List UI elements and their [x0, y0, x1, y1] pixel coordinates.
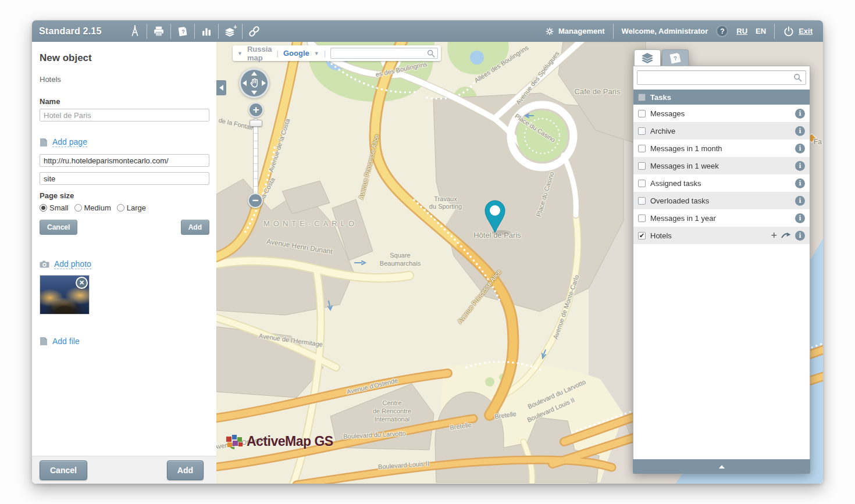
task-row[interactable]: Messages in 1 weeki [633, 157, 810, 174]
pan-up-icon[interactable] [251, 72, 257, 76]
link-button[interactable] [244, 23, 264, 40]
info-icon[interactable]: i [795, 178, 805, 188]
info-icon[interactable]: i [795, 161, 805, 171]
power-icon [783, 26, 795, 37]
info-icon[interactable]: i [795, 126, 805, 136]
page-title: New object [40, 52, 209, 64]
zoom-out-button[interactable]: − [248, 193, 263, 208]
lang-ru-button[interactable]: RU [736, 27, 747, 35]
tab-layers[interactable] [634, 49, 661, 66]
radio-large[interactable] [117, 204, 124, 212]
page-url-input[interactable] [40, 154, 209, 167]
basemap-dropdown-icon[interactable]: ▼ [237, 51, 243, 56]
page: Standard 2.15 ? + [0, 0, 855, 504]
welcome-text: Welcome, Administrator [622, 27, 708, 35]
tab-reference[interactable]: ? [662, 49, 689, 66]
forward-arrow-icon[interactable] [781, 232, 791, 239]
zoom-handle[interactable] [250, 120, 262, 127]
info-icon[interactable]: i [795, 231, 805, 241]
management-button[interactable]: Management [545, 27, 604, 36]
search-icon [427, 49, 435, 58]
task-checkbox[interactable] [638, 180, 646, 187]
zoom-in-button[interactable]: + [248, 102, 263, 117]
page-add-button[interactable]: Add [181, 220, 209, 235]
task-checkbox[interactable] [638, 145, 646, 152]
exit-button[interactable]: Exit [783, 26, 813, 37]
help-badge[interactable]: ? [716, 25, 728, 37]
group-checkbox[interactable] [638, 94, 646, 101]
pan-left-icon[interactable] [243, 80, 247, 86]
radio-label: Large [127, 203, 146, 212]
pan-down-icon[interactable] [251, 91, 257, 95]
add-file-link[interactable]: Add file [52, 337, 80, 346]
task-checkbox[interactable] [638, 197, 646, 205]
hotel-marker[interactable] [478, 198, 513, 236]
task-row[interactable]: Overloaded tasksi [633, 192, 810, 209]
page-size-option-medium[interactable]: Medium [74, 203, 111, 212]
task-row[interactable]: Messages in 1 monthi [633, 140, 810, 157]
tasks-group-header[interactable]: Tasks [633, 90, 810, 105]
new-object-form: New object Hotels Name Add page Page siz… [32, 42, 216, 346]
radio-medium[interactable] [74, 204, 82, 212]
zoom-slider[interactable] [250, 118, 262, 201]
measure-tool-button[interactable] [125, 23, 145, 40]
add-page-link[interactable]: Add page [52, 137, 87, 147]
task-row[interactable]: ✔Hotels+i [633, 227, 810, 244]
task-row[interactable]: Messages in 1 yeari [633, 209, 810, 227]
zoom-track[interactable] [253, 118, 258, 201]
toolbar-divider: | [277, 49, 279, 58]
map-search-input[interactable] [331, 49, 427, 58]
cancel-button[interactable]: Cancel [40, 460, 87, 480]
panel-collapse-bar[interactable] [633, 459, 810, 474]
task-checkbox[interactable] [638, 215, 646, 222]
task-actions: i [795, 144, 805, 153]
task-row[interactable]: Assigned tasksi [633, 174, 810, 192]
pan-right-icon[interactable] [262, 80, 266, 86]
task-actions: i [795, 196, 805, 206]
basemap-selector[interactable]: Russia map [247, 45, 272, 62]
print-button[interactable] [149, 23, 169, 40]
provider-dropdown-icon[interactable]: ▼ [314, 51, 319, 56]
add-layer-button[interactable]: + [220, 23, 240, 40]
chevron-up-icon [719, 465, 725, 469]
name-input[interactable] [40, 109, 209, 121]
task-checkbox[interactable]: ✔ [638, 232, 646, 240]
page-size-option-small[interactable]: Small [40, 203, 69, 212]
page-size-option-large[interactable]: Large [117, 203, 146, 212]
task-label: Messages in 1 month [650, 144, 722, 153]
collapse-panel-button[interactable] [216, 80, 226, 95]
toolbar-separator [218, 24, 219, 39]
add-object-icon[interactable]: + [771, 231, 777, 240]
add-photo-link[interactable]: Add photo [54, 259, 91, 269]
info-icon[interactable]: i [795, 109, 805, 119]
app-window: Standard 2.15 ? + [32, 20, 823, 484]
toolbar-separator [170, 24, 171, 39]
map-pin-icon [478, 198, 513, 236]
task-checkbox[interactable] [638, 127, 646, 135]
lang-en-button[interactable]: EN [756, 27, 766, 35]
radio-dot [119, 206, 123, 210]
page-form-buttons: Cancel Add [40, 220, 209, 235]
info-icon[interactable]: i [795, 196, 805, 206]
info-icon[interactable]: i [795, 144, 805, 153]
task-actions: +i [771, 231, 805, 241]
remove-photo-button[interactable]: ✕ [76, 277, 88, 289]
page-title-input[interactable] [40, 172, 209, 185]
task-checkbox[interactable] [638, 162, 646, 170]
provider-selector[interactable]: Google [283, 49, 309, 58]
page-size-options: SmallMediumLarge [40, 203, 209, 212]
map-logo: ActiveMap GS [226, 432, 333, 450]
radio-small[interactable] [40, 204, 47, 212]
task-row[interactable]: Archivei [633, 122, 810, 140]
task-checkbox[interactable] [638, 110, 646, 117]
page-cancel-button[interactable]: Cancel [40, 220, 77, 235]
layer-search-input[interactable] [637, 73, 793, 82]
measure-icon [129, 25, 141, 38]
task-row[interactable]: Messagesi [633, 105, 810, 122]
pan-control[interactable] [239, 68, 269, 98]
reference-button[interactable]: ? [173, 23, 193, 40]
add-button[interactable]: Add [167, 460, 204, 480]
statistics-button[interactable] [197, 23, 216, 40]
info-icon[interactable]: i [795, 213, 805, 223]
photo-thumbnail[interactable]: ✕ [40, 275, 90, 314]
